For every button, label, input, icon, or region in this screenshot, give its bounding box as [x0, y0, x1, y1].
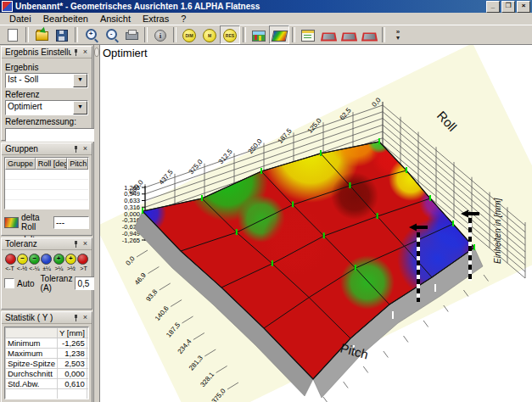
measure-mode-button[interactable]: M: [199, 25, 220, 44]
delta-roll-value: ---: [53, 216, 89, 229]
dim-coin-icon: DIM: [182, 29, 196, 42]
toolbar-separator: [144, 27, 148, 42]
report-icon: [301, 29, 315, 42]
printer-icon: [125, 29, 138, 42]
menu-item-ansicht[interactable]: Ansicht: [94, 13, 137, 25]
panel-title: Statistik ( Y ): [5, 313, 71, 322]
menu-item-bearbeiten[interactable]: Bearbeiten: [37, 13, 94, 25]
new-document-button[interactable]: [3, 25, 23, 44]
window-title: Unbenannt* - Geometrisches Ausrichten 1.…: [15, 2, 486, 11]
table-row[interactable]: [5, 190, 88, 200]
gruppen-column-header[interactable]: Pitch [: [67, 158, 88, 170]
restore-button[interactable]: ❐: [501, 1, 515, 13]
close-icon[interactable]: ×: [81, 144, 90, 154]
toolbar-separator: [382, 27, 385, 42]
new-document-icon: [6, 29, 20, 42]
statistik-row: Std.Abw.0,610: [6, 379, 90, 389]
magnifier-plus-icon: +: [84, 29, 98, 42]
cube-icon: [342, 29, 356, 42]
statistik-empty-row: [6, 399, 90, 400]
table-row[interactable]: [5, 170, 88, 180]
close-icon[interactable]: ×: [81, 47, 90, 57]
menu-item-extras[interactable]: Extras: [137, 13, 175, 25]
menu-bar: DateiBearbeitenAnsichtExtras?: [0, 13, 532, 25]
toolbar-separator: [243, 27, 246, 42]
stat-column-header: Y [mm]: [57, 328, 87, 338]
tolerance-band-label: <-T: [4, 265, 15, 271]
z-axis-title: Einheiten in [mm]: [493, 198, 502, 264]
table-row[interactable]: [5, 200, 88, 209]
box-view-2-button[interactable]: [339, 25, 359, 44]
print-button[interactable]: [121, 25, 142, 44]
magnifier-minus-icon: -: [104, 29, 118, 42]
report-view-button[interactable]: [298, 25, 318, 44]
gruppen-table-header: GruppeRoll [deg]Pitch [: [5, 158, 88, 170]
stat-corner-cell: [6, 328, 58, 338]
toleranz-label: Toleranz (A): [41, 274, 73, 293]
ergebnis-label: Ergebnis: [5, 63, 88, 72]
menu-item-datei[interactable]: Datei: [3, 13, 37, 25]
referenz-label: Referenz: [5, 90, 88, 99]
ergebnis-panel-header: Ergebnis Einstellungen ×: [2, 47, 92, 59]
splitter-grip-icon[interactable]: [94, 47, 99, 57]
chevron-down-icon[interactable]: ▼: [73, 101, 87, 114]
result-mode-button[interactable]: RES: [220, 25, 240, 44]
delta-roll-icon: [4, 217, 19, 228]
tolerance-band-circle-icon: +: [53, 254, 64, 265]
close-icon[interactable]: ×: [81, 239, 90, 248]
pin-icon[interactable]: [71, 144, 81, 154]
statistik-panel-header: Statistik ( Y ) ×: [2, 312, 92, 324]
chart-view-button[interactable]: [249, 25, 269, 44]
delta-roll-label: delta Roll: [21, 213, 51, 232]
open-file-button[interactable]: [31, 25, 52, 44]
zoom-in-button[interactable]: +: [81, 25, 101, 44]
pin-icon[interactable]: [71, 47, 81, 57]
cube-icon: [322, 29, 335, 42]
pin-icon[interactable]: [71, 239, 81, 248]
auto-checkbox[interactable]: [4, 278, 14, 288]
close-icon[interactable]: ×: [81, 313, 90, 322]
toolbar-overflow-button[interactable]: »▾: [388, 25, 408, 44]
z-tick-label: -1,265: [122, 237, 140, 244]
gruppen-column-header[interactable]: Roll [deg]: [36, 158, 67, 170]
minimize-button[interactable]: _: [486, 1, 500, 13]
app-icon: [2, 1, 13, 12]
tolerance-band-circle-icon: −: [29, 254, 40, 265]
toolbar-separator: [173, 27, 176, 42]
roll-tick-label: 437,5: [158, 168, 175, 187]
chevron-down-icon[interactable]: ▼: [73, 74, 87, 87]
dim-mode-button[interactable]: DIM: [179, 25, 199, 44]
statistik-row: Maximum1,238: [6, 349, 90, 359]
statistik-row: Minimum-1,265: [6, 338, 90, 349]
table-row[interactable]: [5, 180, 88, 190]
chart-title: Optimiert: [103, 47, 148, 59]
gruppen-table[interactable]: GruppeRoll [deg]Pitch [ ◄ ►: [4, 157, 89, 209]
info-icon: i: [154, 29, 167, 42]
panel-title: Ergebnis Einstellungen: [5, 47, 71, 57]
close-button[interactable]: ×: [517, 1, 530, 13]
statistik-row: Durchschnitt0,000: [6, 369, 90, 379]
surface-3d-plot[interactable]: 1,2650,9490,6330,3160,000-0,316-0,633-0,…: [100, 45, 532, 402]
panel-title: Gruppen: [5, 144, 71, 154]
sidebar-splitter[interactable]: [94, 45, 100, 402]
stat-empty-header: [87, 328, 89, 338]
surface-3d-icon: [272, 29, 286, 42]
info-button[interactable]: i: [150, 25, 171, 44]
zoom-out-button[interactable]: -: [101, 25, 121, 44]
surface-view-button[interactable]: [269, 25, 289, 44]
referenz-combobox[interactable]: Optimiert ▼: [5, 100, 88, 115]
statistik-row: Spitze-Spitze2,503: [6, 359, 90, 369]
open-folder-icon: [35, 29, 48, 42]
gruppen-column-header[interactable]: Gruppe: [5, 158, 36, 170]
menu-item-[interactable]: ?: [175, 13, 192, 25]
referenzmessung-label: Referenzmessung:: [5, 117, 88, 126]
box-view-1-button[interactable]: [318, 25, 339, 44]
result-coin-icon: RES: [223, 29, 237, 42]
gruppen-panel-header: Gruppen ×: [2, 143, 92, 155]
title-bar[interactable]: Unbenannt* - Geometrisches Ausrichten 1.…: [0, 0, 532, 13]
pin-icon[interactable]: [71, 313, 81, 322]
save-button[interactable]: [52, 25, 72, 44]
box-view-3-button[interactable]: [359, 25, 379, 44]
surface-plot-area[interactable]: Optimiert 1,2650,9490,6330,3160,000-0,31…: [100, 45, 532, 402]
ergebnis-combobox[interactable]: Ist - Soll ▼: [5, 73, 88, 88]
